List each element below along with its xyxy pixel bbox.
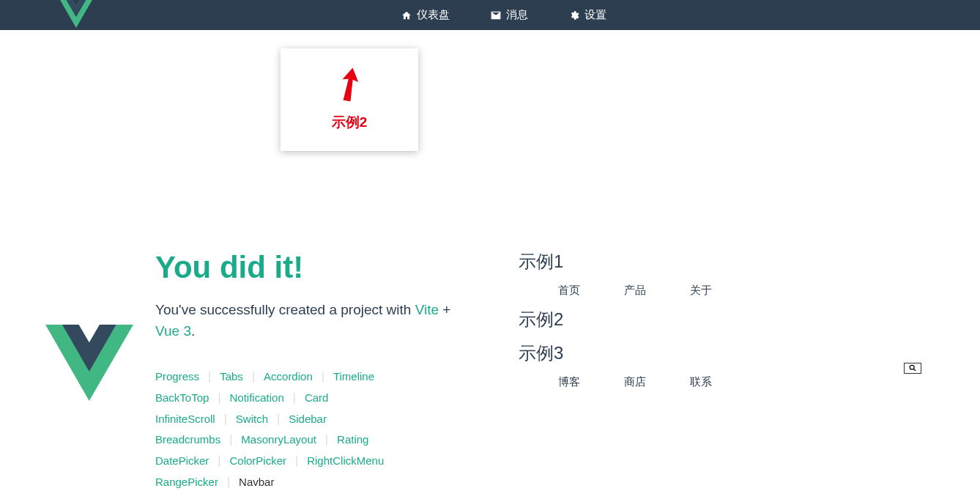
gear-icon: [569, 10, 579, 21]
example3-nav: 博客 商店 联系: [558, 375, 958, 389]
example1-nav: 首页 产品 关于: [558, 284, 958, 298]
separator: |: [224, 413, 227, 425]
component-link-rating[interactable]: Rating: [337, 433, 368, 446]
separator: |: [293, 391, 296, 404]
nav-label: 设置: [584, 8, 606, 22]
vue-logo-large: [45, 250, 133, 404]
nav-messages[interactable]: 消息: [491, 8, 528, 22]
mail-icon: [491, 10, 501, 21]
component-link-accordion[interactable]: Accordion: [264, 370, 313, 383]
example-title: 示例1: [519, 250, 958, 273]
vue-link[interactable]: Vue 3: [155, 323, 191, 339]
example-2: 示例2: [519, 308, 958, 331]
separator: |: [218, 454, 220, 467]
home-icon: [401, 10, 412, 21]
component-link-switch[interactable]: Switch: [236, 413, 268, 425]
svg-line-2: [913, 369, 916, 371]
nav-dashboard[interactable]: 仪表盘: [401, 8, 450, 22]
separator: |: [208, 370, 211, 383]
component-link-tabs[interactable]: Tabs: [220, 370, 243, 383]
arrow-up-icon: [337, 66, 363, 107]
separator: |: [252, 370, 255, 383]
example-1: 示例1 首页 产品 关于: [519, 250, 958, 298]
component-link-sidebar[interactable]: Sidebar: [289, 413, 327, 425]
component-link-datepicker[interactable]: DatePicker: [155, 454, 209, 467]
svg-point-1: [910, 365, 914, 369]
search-icon: [909, 364, 916, 373]
vue-logo-small: [60, 0, 92, 31]
nav-label: 消息: [506, 8, 528, 22]
separator: |: [325, 433, 328, 446]
component-link-rightclickmenu[interactable]: RightClickMenu: [307, 454, 384, 467]
nav-item-home[interactable]: 首页: [558, 284, 580, 298]
example-title: 示例3: [519, 342, 958, 365]
component-link-timeline[interactable]: Timeline: [333, 370, 374, 383]
nav-item-products[interactable]: 产品: [624, 284, 646, 298]
tooltip-example2: 示例2: [281, 48, 418, 151]
nav-item-contact[interactable]: 联系: [690, 375, 712, 389]
search-toggle[interactable]: [904, 363, 921, 374]
separator: |: [322, 370, 324, 383]
separator: |: [277, 413, 280, 425]
nav-item-about[interactable]: 关于: [690, 284, 712, 298]
component-link-breadcrumbs[interactable]: Breadcrumbs: [155, 433, 220, 446]
vite-link[interactable]: Vite: [415, 302, 439, 317]
component-link-infinitescroll[interactable]: InfiniteScroll: [155, 413, 215, 425]
separator: |: [295, 454, 298, 467]
top-navbar: 仪表盘 消息 设置: [0, 0, 980, 30]
welcome-heading: You did it!: [155, 250, 470, 285]
component-link-masonrylayout[interactable]: MasonryLayout: [241, 433, 316, 446]
component-link-colorpicker[interactable]: ColorPicker: [230, 454, 287, 467]
welcome-subtext: You've successfully created a project wi…: [155, 300, 470, 342]
example-3: 示例3 博客 商店 联系: [519, 342, 958, 389]
nav-settings[interactable]: 设置: [569, 8, 606, 22]
component-link-navbar[interactable]: Navbar: [239, 476, 274, 488]
tooltip-label: 示例2: [332, 113, 368, 132]
component-link-list: Progress|Tabs|Accordion|TimelineBackToTo…: [155, 366, 470, 491]
nav-item-blog[interactable]: 博客: [558, 375, 580, 389]
separator: |: [229, 433, 232, 446]
component-link-backtotop[interactable]: BackToTop: [155, 391, 209, 404]
nav-item-shop[interactable]: 商店: [624, 375, 646, 389]
example-title: 示例2: [519, 308, 958, 331]
component-link-progress[interactable]: Progress: [155, 370, 199, 383]
nav-label: 仪表盘: [417, 8, 450, 22]
component-link-rangepicker[interactable]: RangePicker: [155, 476, 218, 488]
component-link-notification[interactable]: Notification: [230, 391, 284, 404]
component-link-card[interactable]: Card: [305, 391, 329, 404]
separator: |: [227, 476, 230, 488]
separator: |: [218, 391, 220, 404]
